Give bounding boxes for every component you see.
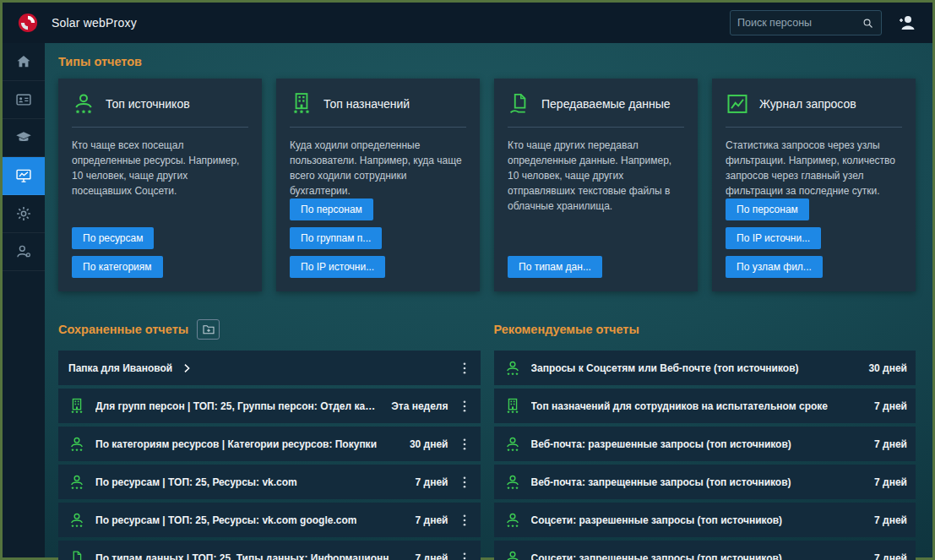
saved-report-row[interactable]: По ресурсам | ТОП: 25, Ресурсы: vk.com g… [58,503,481,537]
report-name: Веб-почта: запрещенные запросы (топ исто… [531,476,791,488]
home-icon [15,53,32,70]
saved-report-folder-row[interactable]: Папка для Ивановой [58,351,481,385]
report-name: Запросы к Соцсетям или Веб-почте (топ ис… [531,362,799,374]
saved-report-row[interactable]: По категориям ресурсов | Категории ресур… [58,427,481,461]
top-sources-icon [504,474,521,491]
monitor-chart-icon [15,167,32,184]
top-sources-icon [72,92,95,116]
saved-reports-title: Сохраненные отчеты [58,323,188,336]
report-period: 30 дней [400,438,448,450]
card-top-destinations: Топ назначений Куда ходили определенные … [276,79,480,291]
recommended-report-row[interactable]: Веб-почта: разрешенные запросы (топ исто… [494,427,916,461]
person-search-box [730,10,882,35]
card-top-sources: Топ источников Кто чаще всех посещал опр… [58,79,262,291]
search-icon[interactable] [862,17,874,30]
card-title: Топ источников [106,97,190,111]
card-header: Передаваемые данные [508,89,684,128]
by-filter-nodes-button[interactable]: По узлам фил... [726,256,823,278]
kebab-menu-icon[interactable] [457,475,472,490]
report-types-section: Типы отчетов Топ источников Кто чаще все… [58,55,916,291]
report-name: Веб-почта: разрешенные запросы (топ исто… [531,438,791,450]
query-log-icon [726,92,749,116]
card-query-log: Журнал запросов Статистика запросов чере… [712,79,916,291]
by-data-types-button[interactable]: По типам дан... [508,256,602,278]
report-name: Топ назначений для сотрудников на испыта… [531,400,829,412]
person-groups-icon [68,398,85,415]
saved-report-row[interactable]: По типам данных | ТОП: 25, Типы данных: … [58,541,481,560]
sidebar-item-settings[interactable] [3,195,45,233]
report-name: Соцсети: разрешенные запросы (топ источн… [531,514,783,526]
recommended-report-row[interactable]: Запросы к Соцсетям или Веб-почте (топ ис… [494,351,916,385]
recommended-reports-section: Рекомендуемые отчеты Запросы к Соцсетям … [494,318,916,560]
sidebar-item-reports[interactable] [3,157,45,195]
sidebar-item-users[interactable] [3,233,45,271]
report-name: По ресурсам | ТОП: 25, Ресурсы: vk.com [95,476,297,488]
kebab-menu-icon[interactable] [457,551,472,560]
report-period: 30 дней [858,362,907,374]
by-categories-button[interactable]: По категориям [72,256,163,278]
report-name: По категориям ресурсов | Категории ресур… [95,438,377,450]
sidebar-item-persons[interactable] [3,81,45,119]
card-buttons: По типам дан... [508,256,684,278]
kebab-menu-icon[interactable] [457,437,472,452]
card-buttons: По ресурсам По категориям [72,227,248,278]
saved-report-row[interactable]: Для групп персон | ТОП: 25, Группы персо… [58,389,481,423]
main-area: Типы отчетов Топ источников Кто чаще все… [3,43,932,557]
by-ip-sources-button[interactable]: По IP источни... [290,256,385,278]
by-ip-sources-button[interactable]: По IP источни... [726,227,821,249]
sidebar-item-home[interactable] [3,43,45,81]
card-description: Куда ходили определенные пользователи. Н… [290,138,466,198]
recommended-report-row[interactable]: Веб-почта: запрещенные запросы (топ исто… [494,465,916,499]
sidebar [3,43,45,557]
by-persons-button[interactable]: По персонам [290,198,373,220]
saved-report-row[interactable]: По ресурсам | ТОП: 25, Ресурсы: vk.com 7… [58,465,481,499]
top-sources-icon [68,436,85,453]
recommended-report-row[interactable]: Соцсети: разрешенные запросы (топ источн… [494,503,916,537]
top-sources-icon [504,512,521,529]
sidebar-item-policies[interactable] [3,119,45,157]
by-persons-button[interactable]: По персонам [726,198,809,220]
kebab-menu-icon[interactable] [457,513,472,528]
card-description: Кто чаще других передавал определенные д… [508,138,684,214]
add-folder-button[interactable] [197,319,220,340]
person-search-input[interactable] [737,17,862,29]
card-title: Передаваемые данные [541,97,671,111]
card-header: Топ назначений [290,89,466,128]
report-types-title: Типы отчетов [58,55,916,68]
kebab-menu-icon[interactable] [457,399,472,414]
report-period: 7 дней [864,400,907,412]
card-title: Топ назначений [323,97,410,111]
recommended-reports-header: Рекомендуемые отчеты [494,318,916,340]
app-window: Solar webProxy Типы отчетов [0,0,935,560]
top-sources-icon [504,436,521,453]
card-buttons: По персонам По IP источни... По узлам фи… [726,198,902,278]
by-resources-button[interactable]: По ресурсам [72,227,154,249]
saved-reports-section: Сохраненные отчеты Папка для Ивановой [58,318,481,560]
topbar: Solar webProxy [3,3,932,43]
id-card-icon [15,91,32,108]
top-sources-icon [504,550,521,560]
card-buttons: По персонам По группам п... По IP источн… [290,198,466,278]
recommended-reports-title: Рекомендуемые отчеты [494,323,639,336]
app-title: Solar webProxy [52,16,137,30]
top-destinations-icon [504,398,521,415]
card-header: Топ источников [72,89,248,128]
report-name: По типам данных | ТОП: 25, Типы данных: … [95,552,405,560]
report-name: Соцсети: запрещенные запросы (топ источн… [531,552,782,560]
kebab-menu-icon[interactable] [457,361,472,376]
report-period: 7 дней [864,476,907,488]
recommended-report-row[interactable]: Топ назначений для сотрудников на испыта… [494,389,916,423]
folder-plus-icon [202,323,215,336]
report-period: 7 дней [864,514,907,526]
top-sources-icon [504,360,521,377]
card-description: Статистика запросов через узлы фильтраци… [726,138,902,198]
folder-name: Папка для Ивановой [68,362,172,374]
saved-reports-header: Сохраненные отчеты [58,318,481,340]
by-person-groups-button[interactable]: По группам п... [290,227,382,249]
recommended-report-row[interactable]: Соцсети: запрещенные запросы (топ источн… [494,541,916,560]
user-account-button[interactable] [897,12,919,34]
report-period: 7 дней [405,514,448,526]
report-type-cards: Топ источников Кто чаще всех посещал опр… [58,79,916,291]
report-period: 7 дней [405,552,448,560]
top-sources-icon [68,474,85,491]
